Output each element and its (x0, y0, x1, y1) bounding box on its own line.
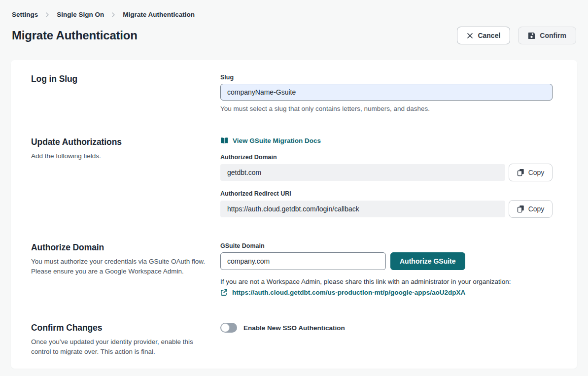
settings-card: Log in Slug Slug You must select a slug … (11, 60, 577, 369)
section-update-authorizations: Update Authorizations Add the following … (31, 137, 553, 218)
login-slug-heading: Log in Slug (31, 74, 208, 84)
admin-share-link[interactable]: https://auth.cloud.getdbt.com/us-product… (220, 289, 465, 296)
authorized-redirect-uri-value: https://auth.cloud.getdbt.com/login/call… (220, 201, 505, 217)
header-actions: Cancel Confirm (457, 27, 576, 44)
authorize-domain-heading: Authorize Domain (31, 242, 208, 253)
copy-icon (517, 205, 524, 213)
update-authorizations-description: Add the following fields. (31, 151, 208, 161)
copy-button-label: Copy (528, 205, 545, 213)
authorized-redirect-uri-label: Authorized Redirect URI (220, 190, 553, 197)
confirm-changes-heading: Confirm Changes (31, 323, 208, 333)
section-confirm-changes: Confirm Changes Once you’ve updated your… (31, 323, 553, 357)
confirm-changes-description: Once you’ve updated your identity provid… (31, 337, 208, 357)
slug-label: Slug (220, 74, 553, 81)
gsuite-domain-label: GSuite Domain (220, 242, 553, 249)
section-login-slug: Log in Slug Slug You must select a slug … (31, 74, 553, 112)
breadcrumb-single-sign-on[interactable]: Single Sign On (57, 11, 104, 18)
confirm-button-label: Confirm (540, 32, 566, 39)
chevron-right-icon (111, 12, 116, 18)
toggle-knob (221, 323, 230, 332)
save-icon (528, 32, 535, 39)
page-header: Settings Single Sign On Migrate Authenti… (0, 0, 588, 44)
view-gsuite-migration-docs-link[interactable]: View GSuite Migration Docs (220, 137, 321, 144)
update-authorizations-heading: Update Authorizations (31, 137, 208, 147)
docs-link-label: View GSuite Migration Docs (233, 137, 321, 144)
workspace-admin-note: If you are not a Workspace Admin, please… (220, 278, 553, 285)
breadcrumb: Settings Single Sign On Migrate Authenti… (12, 11, 576, 18)
section-authorize-domain: Authorize Domain You must authorize your… (31, 242, 553, 298)
copy-icon (517, 169, 524, 176)
authorize-gsuite-button[interactable]: Authorize GSuite (390, 252, 465, 270)
x-icon (467, 33, 473, 39)
enable-sso-toggle[interactable] (220, 323, 237, 333)
breadcrumb-migrate-authentication: Migrate Authentication (123, 11, 195, 18)
authorized-domain-value: getdbt.com (220, 164, 505, 181)
authorized-domain-label: Authorized Domain (220, 154, 553, 161)
authorize-domain-description: You must authorize your credentials via … (31, 257, 208, 276)
slug-input[interactable] (220, 84, 553, 101)
copy-redirect-uri-button[interactable]: Copy (509, 200, 553, 218)
slug-help-text: You must select a slug that only contain… (220, 105, 553, 112)
cancel-button-label: Cancel (478, 32, 500, 39)
breadcrumb-settings[interactable]: Settings (12, 11, 38, 18)
external-link-icon (220, 289, 228, 296)
book-icon (220, 137, 228, 144)
page-title: Migrate Authentication (12, 29, 138, 42)
enable-sso-toggle-label: Enable New SSO Authentication (243, 324, 345, 332)
confirm-button[interactable]: Confirm (518, 27, 576, 44)
chevron-right-icon (45, 12, 50, 18)
copy-authorized-domain-button[interactable]: Copy (509, 164, 553, 181)
gsuite-domain-input[interactable] (220, 252, 386, 270)
admin-share-link-text: https://auth.cloud.getdbt.com/us-product… (232, 289, 465, 296)
copy-button-label: Copy (528, 169, 545, 176)
cancel-button[interactable]: Cancel (457, 27, 510, 44)
